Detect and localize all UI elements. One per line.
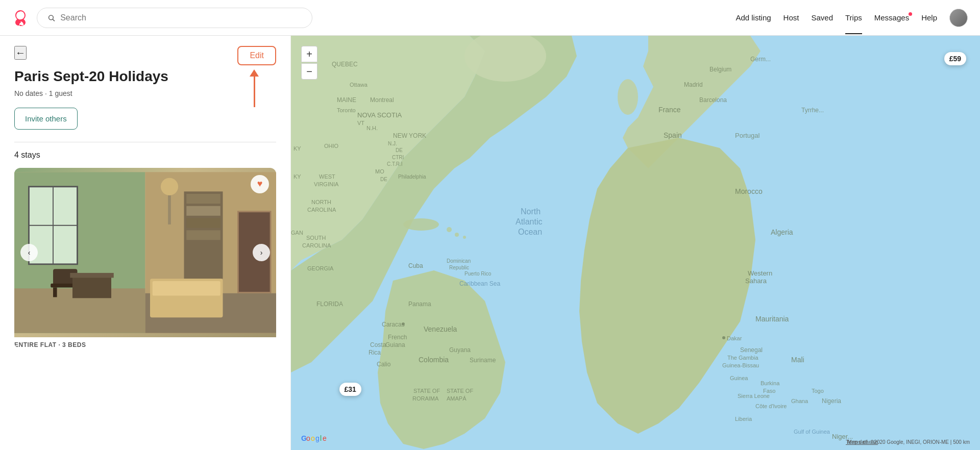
svg-point-29 (618, 79, 638, 115)
svg-point-33 (403, 218, 439, 231)
avatar[interactable] (949, 9, 968, 27)
svg-text:STATE OF: STATE OF (447, 388, 473, 394)
room-illustration (14, 168, 276, 337)
nav-host[interactable]: Host (783, 13, 799, 22)
svg-rect-26 (168, 195, 171, 224)
svg-rect-18 (186, 206, 220, 215)
nav-add-listing[interactable]: Add listing (736, 13, 771, 22)
airbnb-logo[interactable] (12, 10, 29, 26)
svg-text:AMAPÁ: AMAPÁ (447, 395, 467, 402)
svg-text:Portugal: Portugal (735, 132, 760, 139)
svg-text:STATE OF: STATE OF (413, 388, 440, 394)
svg-text:N.J.: N.J. (388, 141, 397, 146)
zoom-in-button[interactable]: + (301, 46, 317, 62)
back-button[interactable]: ← (14, 46, 27, 60)
svg-text:Guiana: Guiana (385, 341, 405, 348)
svg-text:NEW YORK: NEW YORK (393, 132, 426, 139)
heart-button[interactable]: ♥ (251, 175, 269, 193)
nav-saved[interactable]: Saved (811, 13, 833, 22)
svg-text:Puerto Rico: Puerto Rico (464, 271, 492, 277)
svg-text:Algeria: Algeria (771, 228, 793, 236)
svg-text:The Gambia: The Gambia (727, 355, 758, 361)
svg-text:Montreal: Montreal (370, 96, 394, 104)
svg-text:CAROLINA: CAROLINA (302, 242, 331, 248)
svg-text:WEST: WEST (319, 173, 335, 180)
left-panel: ← Edit Paris Sept-20 Holidays No dates ·… (0, 36, 291, 450)
svg-text:Nigeria: Nigeria (822, 397, 841, 405)
svg-text:RORAIMA: RORAIMA (412, 395, 439, 402)
next-image-button[interactable]: › (253, 244, 270, 261)
stays-count: 4 stays (14, 151, 276, 160)
svg-text:l: l (320, 434, 322, 442)
svg-text:g: g (315, 434, 320, 442)
svg-text:Republic: Republic (449, 265, 469, 270)
svg-text:CAROLINA: CAROLINA (307, 207, 336, 213)
svg-text:Sierra Leone: Sierra Leone (738, 393, 770, 399)
svg-text:KY: KY (293, 173, 301, 180)
svg-text:Guinea-Bissau: Guinea-Bissau (722, 362, 759, 368)
svg-text:Caracas: Caracas (382, 321, 405, 328)
header-nav: Add listing Host Saved Trips Messages He… (736, 9, 968, 27)
svg-line-1 (53, 19, 54, 20)
arrow-line (254, 77, 255, 107)
svg-text:e: e (323, 434, 327, 442)
map-svg: NOVA SCOTIA MAINE OHIO WEST VIRGINIA NOR… (291, 36, 980, 450)
svg-text:QUEBEC: QUEBEC (332, 61, 358, 68)
nav-help[interactable]: Help (921, 13, 937, 22)
svg-text:C.T.R.I: C.T.R.I (387, 161, 403, 167)
svg-rect-17 (186, 194, 220, 204)
zoom-out-button[interactable]: − (301, 63, 317, 80)
svg-text:Dakar: Dakar (727, 335, 742, 341)
svg-text:Panama: Panama (408, 301, 431, 308)
svg-text:o: o (311, 434, 315, 442)
svg-rect-19 (186, 218, 220, 228)
svg-point-0 (49, 15, 54, 19)
price-pin-59[interactable]: £59 (944, 52, 966, 65)
prev-image-button[interactable]: ‹ (20, 244, 38, 261)
map-area: NOVA SCOTIA MAINE OHIO WEST VIRGINIA NOR… (291, 36, 980, 450)
svg-text:Philadelphia: Philadelphia (398, 174, 426, 180)
svg-text:o: o (306, 434, 310, 442)
svg-text:FLORIDA: FLORIDA (316, 301, 343, 308)
edit-button[interactable]: Edit (237, 46, 276, 65)
svg-text:Sahara: Sahara (745, 277, 767, 285)
svg-text:Madrid: Madrid (684, 81, 703, 88)
svg-text:N.H.: N.H. (366, 125, 378, 131)
nav-trips[interactable]: Trips (845, 13, 862, 22)
trip-meta: No dates · 1 guest (14, 89, 276, 97)
svg-text:Western: Western (748, 269, 772, 277)
svg-text:DE: DE (380, 177, 387, 182)
svg-point-32 (463, 236, 466, 239)
svg-text:Calio: Calio (377, 361, 391, 368)
search-input[interactable] (60, 13, 302, 22)
svg-text:French: French (388, 334, 407, 341)
svg-text:Burkina: Burkina (761, 380, 780, 386)
price-pin-31[interactable]: £31 (339, 383, 361, 396)
trip-title: Paris Sept-20 Holidays (14, 68, 276, 85)
svg-text:Caribbean Sea: Caribbean Sea (459, 280, 500, 287)
svg-text:North: North (521, 207, 541, 216)
svg-text:Toronto: Toronto (337, 107, 356, 113)
svg-text:Liberia: Liberia (735, 416, 752, 422)
svg-text:Rica: Rica (369, 349, 381, 356)
main-layout: ← Edit Paris Sept-20 Holidays No dates ·… (0, 0, 980, 450)
nav-messages[interactable]: Messages (874, 13, 909, 22)
invite-others-button[interactable]: Invite others (14, 108, 78, 130)
terms-link[interactable]: Terms of use (846, 439, 878, 445)
svg-text:Ghana: Ghana (791, 398, 808, 404)
svg-text:Morocco: Morocco (735, 187, 763, 195)
search-bar[interactable] (37, 8, 312, 28)
search-icon (47, 14, 55, 22)
svg-text:Tyrrhe...: Tyrrhe... (801, 107, 824, 114)
svg-rect-12 (72, 276, 111, 298)
svg-point-99 (402, 322, 405, 326)
svg-text:Mali: Mali (791, 356, 804, 364)
svg-text:Mauritania: Mauritania (755, 315, 789, 323)
svg-text:Spain: Spain (664, 131, 682, 139)
header-left (12, 8, 312, 28)
svg-text:MAINE: MAINE (337, 96, 356, 104)
svg-text:Senegal: Senegal (740, 346, 763, 354)
divider (14, 142, 276, 142)
svg-text:Côte d'Ivoire: Côte d'Ivoire (755, 403, 787, 409)
arrow-head (250, 69, 259, 77)
